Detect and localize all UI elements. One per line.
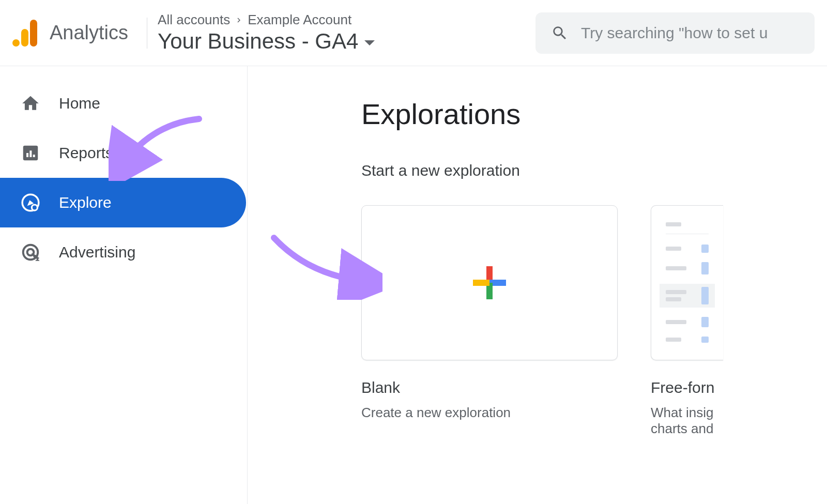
- svg-point-5: [32, 205, 37, 210]
- svg-rect-3: [33, 155, 35, 157]
- advertising-icon: [21, 242, 40, 262]
- card-desc-line2: charts and: [651, 421, 723, 437]
- breadcrumb-account: Example Account: [248, 12, 351, 28]
- home-icon: [21, 94, 40, 113]
- breadcrumb-accounts: All accounts: [158, 12, 230, 28]
- header-divider: [147, 18, 147, 49]
- explore-icon: [21, 193, 40, 212]
- section-subtitle: Start a new exploration: [361, 162, 827, 179]
- search-input[interactable]: [581, 24, 799, 42]
- dropdown-arrow-icon: [364, 40, 375, 45]
- svg-rect-1: [26, 153, 28, 157]
- app-header: Analytics All accounts Example Account Y…: [0, 0, 827, 66]
- sidebar-item-label: Explore: [59, 194, 112, 211]
- breadcrumb: All accounts Example Account: [158, 12, 375, 28]
- account-selector[interactable]: All accounts Example Account Your Busine…: [158, 12, 375, 54]
- plus-icon: [473, 266, 506, 299]
- analytics-logo-icon: [12, 20, 37, 47]
- property-name-label: Your Business - GA4: [158, 29, 358, 54]
- sidebar-item-home[interactable]: Home: [0, 79, 246, 128]
- page-title: Explorations: [361, 97, 827, 131]
- template-card-freeform[interactable]: Free-forn What insig charts and: [651, 205, 723, 437]
- card-desc: Create a new exploration: [361, 405, 618, 421]
- sidebar-item-label: Advertising: [59, 243, 135, 261]
- card-desc: What insig: [651, 405, 723, 421]
- main-layout: Home Reports Explore Advertising Explora…: [0, 66, 827, 504]
- card-title: Blank: [361, 379, 618, 396]
- logo-section: Analytics: [12, 20, 147, 47]
- reports-icon: [21, 143, 40, 163]
- main-content: Explorations Start a new exploration Bla…: [247, 66, 827, 504]
- property-selector[interactable]: Your Business - GA4: [158, 29, 375, 54]
- chevron-right-icon: [234, 16, 243, 25]
- card-preview: [361, 205, 618, 360]
- search-box[interactable]: [535, 12, 815, 54]
- product-name: Analytics: [50, 22, 128, 44]
- svg-rect-2: [29, 150, 32, 157]
- card-preview: [651, 205, 723, 360]
- sidebar-item-reports[interactable]: Reports: [0, 128, 246, 178]
- sidebar-item-label: Home: [59, 95, 100, 112]
- template-cards-row: Blank Create a new exploration Free-forn…: [361, 205, 827, 437]
- sidebar-item-explore[interactable]: Explore: [0, 178, 246, 227]
- template-card-blank[interactable]: Blank Create a new exploration: [361, 205, 618, 437]
- sidebar-item-label: Reports: [59, 144, 113, 162]
- sidebar-nav: Home Reports Explore Advertising: [0, 66, 247, 504]
- sidebar-item-advertising[interactable]: Advertising: [0, 227, 246, 277]
- search-icon: [551, 24, 569, 42]
- card-title: Free-forn: [651, 379, 723, 396]
